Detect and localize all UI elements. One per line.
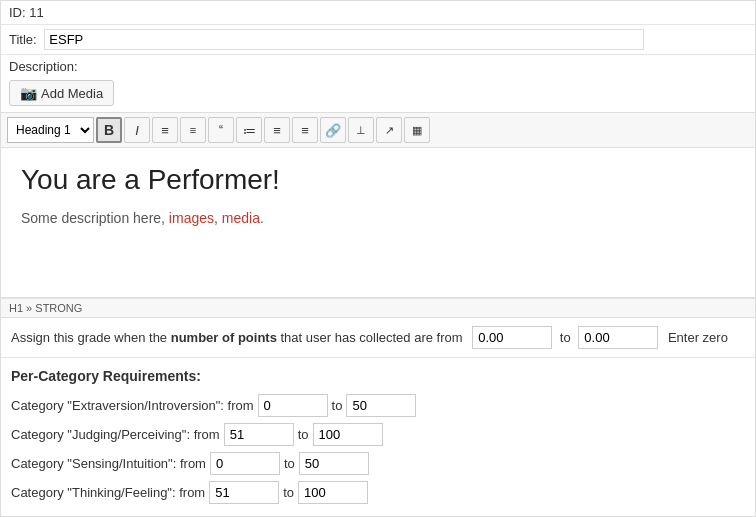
fullscreen-button[interactable]: ↗ bbox=[376, 117, 402, 143]
unordered-list-button[interactable]: ≡ bbox=[152, 117, 178, 143]
description-label: Description: bbox=[1, 55, 755, 76]
category-to-3[interactable] bbox=[298, 481, 368, 504]
category-label-2: Category "Sensing/Intuition": from bbox=[11, 456, 206, 471]
category-row: Category "Extraversion/Introversion": fr… bbox=[11, 394, 745, 417]
add-media-icon: 📷 bbox=[20, 85, 37, 101]
category-row: Category "Thinking/Feeling": from to bbox=[11, 481, 745, 504]
id-label: ID: 11 bbox=[9, 5, 44, 20]
ordered-list-button[interactable]: ≡ bbox=[180, 117, 206, 143]
unlink-button[interactable]: ⊥ bbox=[348, 117, 374, 143]
category-to-label-3: to bbox=[283, 485, 294, 500]
blockquote-button[interactable]: “ bbox=[208, 117, 234, 143]
category-to-label-2: to bbox=[284, 456, 295, 471]
points-label-start: Assign this grade when the bbox=[11, 330, 171, 345]
enter-zero-text: Enter zero bbox=[668, 330, 728, 345]
grid-button[interactable]: ▦ bbox=[404, 117, 430, 143]
add-media-label: Add Media bbox=[41, 86, 103, 101]
align-right-button[interactable]: ≡ bbox=[292, 117, 318, 143]
category-label-0: Category "Extraversion/Introversion": fr… bbox=[11, 398, 254, 413]
category-from-2[interactable] bbox=[210, 452, 280, 475]
paragraph-link-media[interactable]: media bbox=[222, 210, 260, 226]
category-to-0[interactable] bbox=[346, 394, 416, 417]
category-from-3[interactable] bbox=[209, 481, 279, 504]
paragraph-text-end: . bbox=[260, 210, 264, 226]
status-text: H1 » STRONG bbox=[9, 302, 82, 314]
category-from-0[interactable] bbox=[258, 394, 328, 417]
heading-select[interactable]: Heading 1 Heading 2 Heading 3 Paragraph bbox=[7, 117, 94, 143]
status-bar: H1 » STRONG bbox=[1, 298, 755, 318]
paragraph-comma: , bbox=[214, 210, 222, 226]
editor-content[interactable]: You are a Performer! Some description he… bbox=[1, 148, 755, 298]
per-category-section: Per-Category Requirements: Category "Ext… bbox=[1, 358, 755, 516]
category-to-2[interactable] bbox=[299, 452, 369, 475]
category-label-3: Category "Thinking/Feeling": from bbox=[11, 485, 205, 500]
category-to-label-0: to bbox=[332, 398, 343, 413]
align-left-button[interactable]: ≔ bbox=[236, 117, 262, 143]
editor-heading: You are a Performer! bbox=[21, 164, 735, 196]
paragraph-link-images[interactable]: images bbox=[169, 210, 214, 226]
category-to-label-1: to bbox=[298, 427, 309, 442]
title-label: Title: bbox=[9, 32, 37, 47]
editor-paragraph: Some description here, images, media. bbox=[21, 210, 735, 226]
category-to-1[interactable] bbox=[313, 423, 383, 446]
id-row: ID: 11 bbox=[1, 1, 755, 25]
italic-button[interactable]: I bbox=[124, 117, 150, 143]
category-row: Category "Sensing/Intuition": from to bbox=[11, 452, 745, 475]
points-bold-text: number of points bbox=[171, 330, 277, 345]
title-row: Title: bbox=[1, 25, 755, 55]
title-input[interactable] bbox=[44, 29, 644, 50]
points-from-input[interactable] bbox=[472, 326, 552, 349]
add-media-button[interactable]: 📷 Add Media bbox=[9, 80, 114, 106]
align-center-button[interactable]: ≡ bbox=[264, 117, 290, 143]
category-row: Category "Judging/Perceiving": from to bbox=[11, 423, 745, 446]
link-button[interactable]: 🔗 bbox=[320, 117, 346, 143]
editor-toolbar: Heading 1 Heading 2 Heading 3 Paragraph … bbox=[1, 112, 755, 148]
points-to-label: to bbox=[560, 330, 571, 345]
points-row: Assign this grade when the number of poi… bbox=[1, 318, 755, 358]
category-label-1: Category "Judging/Perceiving": from bbox=[11, 427, 220, 442]
points-label-end: that user has collected are from bbox=[277, 330, 463, 345]
points-to-input[interactable] bbox=[578, 326, 658, 349]
category-from-1[interactable] bbox=[224, 423, 294, 446]
bold-button[interactable]: B bbox=[96, 117, 122, 143]
per-category-title: Per-Category Requirements: bbox=[11, 368, 745, 384]
paragraph-text-start: Some description here, bbox=[21, 210, 169, 226]
